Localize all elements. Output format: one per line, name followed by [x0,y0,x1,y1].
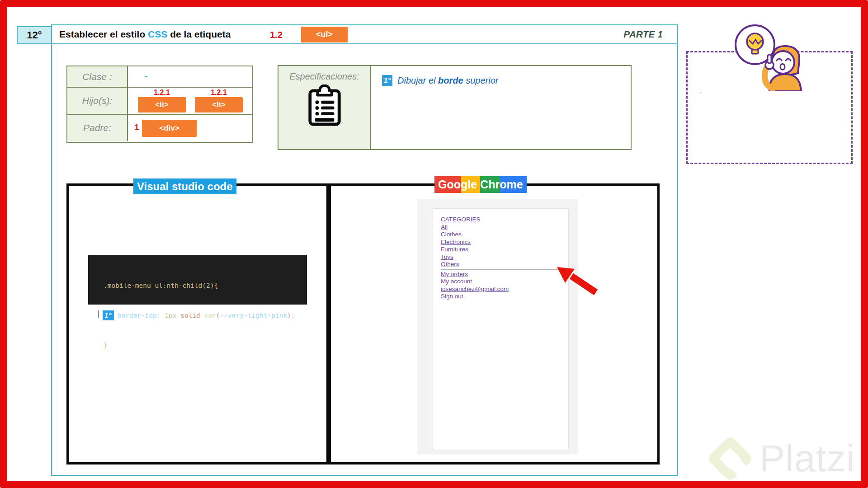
note-dash: - [699,89,702,97]
browser-page: CATEGORIES All Clothes Electronics Furni… [433,208,569,450]
platzi-logo-icon [707,435,754,482]
spec-text-pre: Dibujar el [397,75,438,85]
li-tag-chip-1: <li> [138,97,186,113]
chrome-title-seg-green: Chr [480,176,500,193]
structure-table: Clase : - Hijo(s): 1.2.1 <li> 1.2.1 <li> [66,66,253,143]
code-semicolon: ; [291,312,295,319]
spec-text-bold: borde [438,75,463,85]
menu-link-clothes[interactable]: Clothes [441,231,563,239]
lesson-number-box: 12° [17,26,52,44]
menu-link-others[interactable]: Others [441,261,563,268]
table-row-clase: Clase : - [67,66,252,88]
code-selector: .mobile-menu ul:nth-child( [104,282,206,289]
clase-label: Clase : [67,66,128,87]
code-paren-open: ( [216,312,220,319]
chrome-title: Goo gle Chr ome [434,176,527,193]
clase-value: - [144,71,147,81]
code-line-1: .mobile-menu ul:nth-child(2){ [104,281,307,291]
spec-text-post: superior [463,75,499,85]
chrome-title-seg-red: Goo [434,176,461,193]
menu-link-sign-out[interactable]: Sign out [441,293,563,300]
specifications-box: Especificaciones: 1° Dibujar el borde su… [278,65,632,150]
spec-instruction: Dibujar el borde superior [397,75,498,86]
menu-link-my-account[interactable]: My account [441,278,563,286]
border-top-divider [441,269,562,270]
specifications-content: 1° Dibujar el borde superior [371,66,631,149]
specifications-label-cell: Especificaciones: [278,66,371,149]
step-number: 1.2 [270,30,283,40]
div-tag-wrap: <div> [142,120,197,137]
padre-value-cell: 1 <div> [128,115,252,141]
table-row-padre: Padre: 1 <div> [67,115,252,141]
mobile-menu: CATEGORIES All Clothes Electronics Furni… [441,216,563,300]
platzi-watermark-text: Platzi [760,436,855,480]
indent-guide [98,310,103,318]
child-tag-1: 1.2.1 <li> [138,88,186,113]
padre-ref: 1 [134,122,139,132]
browser-viewport: CATEGORIES All Clothes Electronics Furni… [417,199,578,455]
child-ref-2: 1.2.1 [195,88,243,97]
menu-link-categories[interactable]: CATEGORIES [441,216,563,224]
platzi-watermark: Platzi [713,436,855,480]
code-line-2: 1°border-top: 1px solid var(--very-light… [104,310,307,320]
title-prefix: Establecer el estilo [59,29,148,39]
red-arrow [552,263,606,300]
vscode-title: Visual studio code [133,178,236,194]
code-var-fn: var [204,312,216,319]
code-value-1px: 1px [165,312,180,319]
code-line-3: } [104,340,307,350]
menu-link-toys[interactable]: Toys [441,253,563,261]
padre-label: Padre: [67,115,128,141]
hijos-value-cell: 1.2.1 <li> 1.2.1 <li> [128,88,252,114]
clipboard-icon [306,84,343,128]
code-colon: : [157,312,165,319]
title-css-word: CSS [148,29,167,39]
code-close-brace: } [104,342,108,349]
header-bar: Establecer el estilo CSS de la etiqueta … [52,25,677,44]
div-tag-chip: <div> [142,120,197,137]
li-tag-chip-2: <li> [195,97,243,113]
clase-value-cell: - [128,66,252,87]
code-value-solid: solid [180,312,204,319]
hijos-label: Hijo(s): [67,88,128,114]
child-tag-2: 1.2.1 <li> [195,88,243,113]
code-css-variable: --very-light-pink [220,312,287,319]
specifications-label: Especificaciones: [278,71,370,82]
child-ref-1: 1.2.1 [138,88,186,97]
chrome-title-seg-blue: ome [500,176,526,193]
code-step-badge: 1° [103,310,114,320]
code-paren-close: ) [287,312,291,319]
code-nth-number: 2 [206,282,210,289]
spec-step-badge: 1° [382,75,392,86]
platzi-logo-notch [729,457,747,475]
css-code-block: .mobile-menu ul:nth-child(2){ 1°border-t… [88,255,307,305]
menu-link-electronics[interactable]: Electronics [441,239,563,246]
code-property: border-top [117,312,156,319]
slide-area: Establecer el estilo CSS de la etiqueta … [51,24,678,476]
part-label: PARTE 1 [623,25,663,43]
menu-link-my-orders[interactable]: My orders [441,271,563,278]
title-suffix: de la etiqueta [167,29,231,39]
chrome-title-seg-yellow: gle [461,176,480,193]
menu-link-email[interactable]: josesanchez@gmail.com [441,286,563,293]
menu-link-all[interactable]: All [441,224,563,231]
menu-link-furnitures[interactable]: Furnitures [441,246,563,253]
code-open-brace: ){ [210,282,218,289]
table-row-hijos: Hijo(s): 1.2.1 <li> 1.2.1 <li> [67,88,252,115]
ul-tag-chip: <ul> [301,27,348,42]
page-title: Establecer el estilo CSS de la etiqueta [59,25,231,43]
person-lightbulb-icon [729,23,812,91]
slide-canvas: Platzi 12° Establecer el estilo CSS de l… [0,0,868,488]
